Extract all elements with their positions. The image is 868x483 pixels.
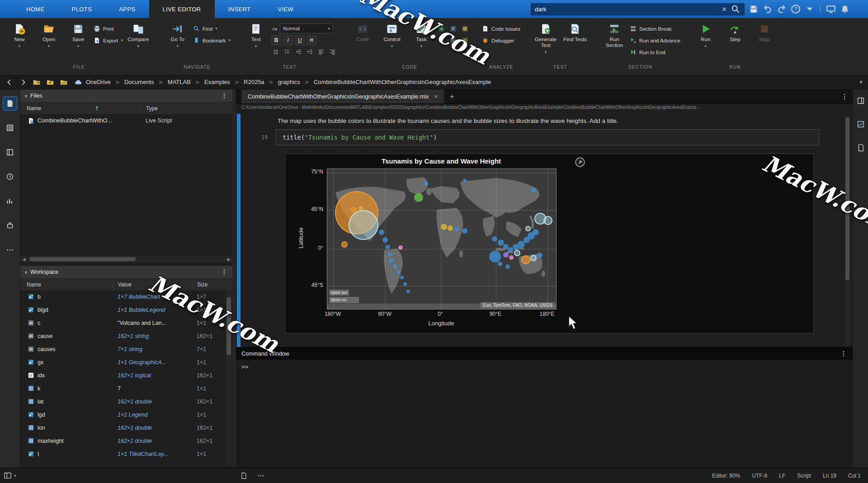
- tab-apps[interactable]: APPS: [105, 0, 149, 18]
- foldernew-icon[interactable]: [33, 78, 41, 86]
- bullet-list-button[interactable]: [271, 47, 281, 56]
- comment2-button[interactable]: [437, 36, 446, 45]
- workspace-variable-row[interactable]: gx1×1 GeographicA...1×1: [20, 356, 226, 369]
- new-button[interactable]: New▾: [5, 21, 33, 63]
- debugger-button[interactable]: Debugger: [482, 36, 520, 45]
- status-utf-8[interactable]: UTF-8: [752, 473, 767, 479]
- breadcrumb-item[interactable]: Documents: [124, 79, 154, 85]
- sidebar-more-button[interactable]: [3, 243, 17, 257]
- open-button[interactable]: Open▾: [35, 21, 63, 63]
- panel-menu-icon[interactable]: [221, 92, 228, 99]
- tab-plots[interactable]: PLOTS: [58, 0, 106, 18]
- folderup-icon[interactable]: [46, 78, 54, 86]
- status-col-1[interactable]: Col 1: [848, 473, 861, 479]
- scroll-left-icon[interactable]: ◀: [20, 256, 28, 263]
- generate-test-button[interactable]: Generate Test▾: [532, 21, 560, 63]
- workspace-variable-row[interactable]: k71×1: [20, 382, 226, 395]
- breadcrumb-caret-icon[interactable]: ▾: [859, 79, 863, 85]
- workspace-variable-row[interactable]: lat162×1 double162×1: [20, 395, 226, 408]
- align-right-button[interactable]: [328, 47, 337, 56]
- workspace-variable-row[interactable]: b1×7 BubbleChart1×7: [20, 290, 226, 303]
- outdent-button[interactable]: [294, 47, 303, 56]
- breadcrumb-item[interactable]: OneDrive: [86, 79, 111, 85]
- new-tab-button[interactable]: +: [444, 89, 460, 103]
- monitor-icon[interactable]: [826, 4, 836, 14]
- save-button[interactable]: Save▾: [64, 21, 92, 63]
- section-break-button[interactable]: Section Break: [630, 24, 680, 33]
- wrapfn-button[interactable]: [448, 24, 458, 33]
- rightbar-doc-panel-button[interactable]: [854, 141, 868, 155]
- search-clear-icon[interactable]: ×: [722, 5, 727, 13]
- text-button[interactable]: Text▾: [242, 21, 270, 63]
- breadcrumb-item[interactable]: Examples: [204, 79, 230, 85]
- back-icon[interactable]: [5, 78, 14, 86]
- sidebar-profiler-button[interactable]: [3, 194, 17, 208]
- search-input[interactable]: dark ×: [531, 3, 745, 15]
- collapse-caret-icon[interactable]: ▾: [25, 270, 27, 275]
- task-button[interactable]: Task▾: [407, 21, 435, 63]
- command-window-header[interactable]: Command Window: [236, 347, 853, 360]
- editor-menu-icon[interactable]: [841, 93, 848, 100]
- tab-insert[interactable]: INSERT: [215, 0, 264, 18]
- indent2-button[interactable]: [448, 36, 458, 45]
- bookmark-button[interactable]: Bookmark▾: [193, 36, 231, 45]
- stop-button[interactable]: Stop: [750, 21, 778, 63]
- file-row[interactable]: CombineBubbleChartWithO...Live Script: [20, 115, 232, 127]
- sidebar-workspace-grid-button[interactable]: [3, 121, 17, 135]
- scrollbar-thumb[interactable]: [226, 297, 231, 355]
- undo-icon[interactable]: [763, 4, 773, 14]
- paragraph-style-select[interactable]: Normal▾: [280, 23, 333, 33]
- workspace-vertical-scrollbar[interactable]: [226, 290, 231, 466]
- workspace-column-value[interactable]: Value: [113, 281, 192, 288]
- workspace-panel-header[interactable]: ▾ Workspace: [20, 266, 232, 279]
- indent-button[interactable]: [305, 47, 315, 56]
- search-icon[interactable]: [731, 4, 741, 14]
- live-script-document[interactable]: The map uses the bubble colors to illust…: [236, 114, 853, 347]
- export-button[interactable]: Export▾: [94, 36, 123, 45]
- help-icon[interactable]: ?: [791, 4, 801, 14]
- run-to-end-button[interactable]: Run to End: [630, 48, 680, 56]
- breadcrumb-item[interactable]: R2025a: [244, 79, 264, 85]
- run-button[interactable]: Run▾: [692, 21, 720, 63]
- collapse-caret-icon[interactable]: ▾: [25, 94, 27, 98]
- tab-home[interactable]: HOME: [13, 0, 58, 18]
- format-u-button[interactable]: U: [295, 35, 305, 45]
- find-button[interactable]: Find▾: [193, 24, 231, 33]
- tab-close-icon[interactable]: ×: [434, 93, 438, 100]
- caret-icon[interactable]: [805, 4, 815, 14]
- workspace-variable-row[interactable]: abcause162×1 string162×1: [20, 329, 226, 342]
- files-column-type[interactable]: Type: [140, 105, 158, 112]
- workspace-variable-row[interactable]: maxheight162×1 double162×1: [20, 434, 226, 447]
- save-icon[interactable]: [749, 4, 759, 14]
- geographic-axes-map[interactable]: 5000 km 5000 mi Esri, TomTom, FAO, NOAA,…: [327, 169, 557, 309]
- refactor-button[interactable]: [437, 24, 446, 33]
- align-left-button[interactable]: [316, 47, 326, 56]
- run-and-advance-button[interactable]: Run and Advance: [630, 36, 680, 45]
- find-tests-button[interactable]: Find Tests: [561, 21, 589, 63]
- status-editor[interactable]: Editor: 90%: [712, 473, 740, 479]
- sidebar-history-button[interactable]: [3, 170, 17, 183]
- status-more-icon[interactable]: [257, 472, 264, 479]
- status-document-icon[interactable]: [240, 472, 247, 479]
- sidebar-editor-doc-button[interactable]: [3, 97, 17, 110]
- tab-live-editor[interactable]: LIVE EDITOR: [149, 0, 215, 18]
- workspace-variable-row[interactable]: abc"Volcano and Lan...1×1: [20, 316, 226, 329]
- format-i-button[interactable]: I: [283, 35, 293, 45]
- command-window[interactable]: >>: [236, 360, 853, 468]
- format-m-button[interactable]: M: [307, 35, 316, 45]
- layout-caret-icon[interactable]: ▾: [14, 474, 16, 478]
- redo-icon[interactable]: [777, 4, 787, 14]
- workspace-variable-row[interactable]: abcauses7×1 string7×1: [20, 342, 226, 356]
- sidebar-panel-button[interactable]: [3, 145, 17, 159]
- files-panel-header[interactable]: ▾ Files: [20, 89, 232, 103]
- status-script[interactable]: Script: [797, 473, 811, 479]
- rich-text-paragraph[interactable]: The map uses the bubble colors to illust…: [278, 117, 752, 124]
- format-b-button[interactable]: B: [271, 35, 281, 45]
- workspace-column-name[interactable]: Name: [20, 281, 113, 288]
- compare-button[interactable]: Compare▾: [124, 21, 152, 63]
- forward-icon[interactable]: [19, 78, 27, 86]
- status-ln-19[interactable]: Ln 19: [823, 473, 836, 479]
- step-button[interactable]: Step: [721, 21, 749, 63]
- code-cell[interactable]: title("Tsunamis by Cause and Wave Height…: [276, 129, 819, 145]
- editor-vertical-scrollbar[interactable]: [845, 116, 850, 345]
